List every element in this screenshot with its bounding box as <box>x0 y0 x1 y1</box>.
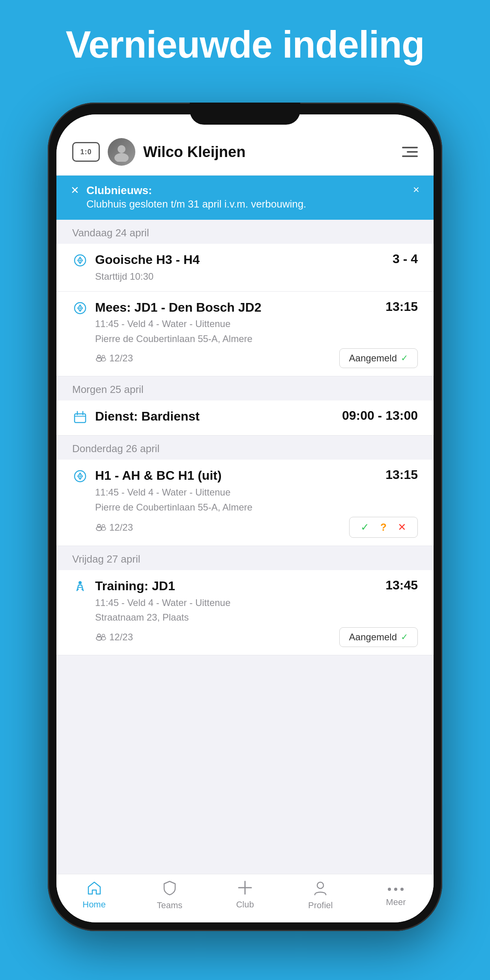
item-time: 13:45 <box>385 578 418 593</box>
nav-label-profiel: Profiel <box>308 900 333 911</box>
aangemeld-button[interactable]: Aangemeld ✓ <box>339 348 418 368</box>
service-icon <box>72 410 88 427</box>
item-address: Pierre de Coubertinlaan 55-A, Almere <box>95 332 418 346</box>
item-title: H1 - AH & BC H1 (uit) <box>95 468 222 484</box>
nav-label-home: Home <box>82 900 106 910</box>
list-item[interactable]: Mees: JD1 - Den Bosch JD2 13:15 11:45 - … <box>56 292 434 377</box>
nav-label-club: Club <box>236 900 254 910</box>
item-subtitle: 11:45 - Veld 4 - Water - Uittenue <box>95 317 418 331</box>
item-count: 12/23 <box>95 522 133 533</box>
nav-label-meer: Meer <box>386 897 406 907</box>
item-time: 09:00 - 13:00 <box>342 408 418 423</box>
item-subtitle: Starttijd 10:30 <box>95 270 418 283</box>
yes-button[interactable]: ✓ <box>361 521 369 533</box>
section-header-today: Vandaag 24 april <box>56 220 434 244</box>
item-title: Gooische H3 - H4 <box>95 252 200 268</box>
item-title: Dienst: Bardienst <box>95 408 200 425</box>
club-news-banner: ✕ Clubnieuws: Clubhuis gesloten t/m 31 a… <box>56 176 434 220</box>
svg-point-1 <box>114 153 129 162</box>
nav-item-home[interactable]: Home <box>56 881 132 911</box>
svg-rect-12 <box>75 414 86 423</box>
svg-point-31 <box>388 888 391 891</box>
response-buttons[interactable]: ✓ ? ✕ <box>349 517 418 538</box>
bottom-padding <box>56 655 434 667</box>
match-icon <box>72 301 88 318</box>
club-news-body: Clubhuis gesloten t/m 31 april i.v.m. ve… <box>86 197 406 211</box>
list-item[interactable]: Dienst: Bardienst 09:00 - 13:00 <box>56 400 434 436</box>
section-header-thursday: Donderdag 26 april <box>56 436 434 460</box>
dots-icon <box>387 881 404 895</box>
home-icon <box>86 881 102 897</box>
nav-item-profiel[interactable]: Profiel <box>283 881 358 911</box>
item-time: 13:15 <box>385 468 418 482</box>
match-icon <box>72 253 88 271</box>
item-time: 3 - 4 <box>393 252 418 266</box>
nav-item-teams[interactable]: Teams <box>132 881 207 911</box>
svg-point-32 <box>394 888 397 891</box>
nav-item-meer[interactable]: Meer <box>358 881 434 911</box>
avatar[interactable] <box>108 138 135 166</box>
shield-icon <box>163 881 177 898</box>
score-icon[interactable]: 1:0 <box>72 142 100 162</box>
club-news-title: Clubnieuws: <box>86 184 406 197</box>
nav-item-club[interactable]: Club <box>207 881 282 911</box>
filter-icon[interactable] <box>398 142 418 162</box>
maybe-button[interactable]: ? <box>380 521 387 533</box>
item-title: Mees: JD1 - Den Bosch JD2 <box>95 299 261 316</box>
training-icon <box>72 580 88 597</box>
aangemeld-button[interactable]: Aangemeld ✓ <box>339 627 418 647</box>
svg-point-30 <box>317 882 324 888</box>
page-headline: Vernieuwde indeling <box>0 24 490 65</box>
club-icon <box>238 881 252 897</box>
section-header-tomorrow: Morgen 25 april <box>56 376 434 400</box>
list-item[interactable]: Gooische H3 - H4 3 - 4 Starttijd 10:30 <box>56 244 434 291</box>
person-icon <box>313 881 327 898</box>
item-subtitle: 11:45 - Veld 4 - Water - Uittenue <box>95 486 418 499</box>
item-title: Training: JD1 <box>95 578 175 595</box>
section-header-friday: Vrijdag 27 april <box>56 546 434 570</box>
nav-label-teams: Teams <box>157 900 182 911</box>
item-subtitle: 11:45 - Veld 4 - Water - Uittenue <box>95 596 418 610</box>
svg-point-0 <box>118 145 125 153</box>
no-button[interactable]: ✕ <box>398 521 406 533</box>
match-icon <box>72 469 88 486</box>
phone-frame: 1:0 Wilco Kleijnen <box>48 103 442 931</box>
item-address: Straatnaam 23, Plaats <box>95 611 418 624</box>
close-icon[interactable]: × <box>413 184 419 195</box>
phone-notch <box>190 103 300 125</box>
list-item[interactable]: Training: JD1 13:45 11:45 - Veld 4 - Wat… <box>56 570 434 655</box>
close-x-icon: ✕ <box>71 185 79 195</box>
phone-screen: 1:0 Wilco Kleijnen <box>56 114 434 922</box>
bottom-nav: Home Teams <box>56 874 434 922</box>
app-content[interactable]: ✕ Clubnieuws: Clubhuis gesloten t/m 31 a… <box>56 176 434 874</box>
item-count: 12/23 <box>95 632 133 643</box>
svg-point-33 <box>400 888 404 891</box>
item-time: 13:15 <box>385 299 418 314</box>
item-address: Pierre de Coubertinlaan 55-A, Almere <box>95 501 418 514</box>
user-name: Wilco Kleijnen <box>143 144 390 161</box>
item-count: 12/23 <box>95 353 133 364</box>
list-item[interactable]: H1 - AH & BC H1 (uit) 13:15 11:45 - Veld… <box>56 460 434 546</box>
svg-point-23 <box>79 581 82 584</box>
